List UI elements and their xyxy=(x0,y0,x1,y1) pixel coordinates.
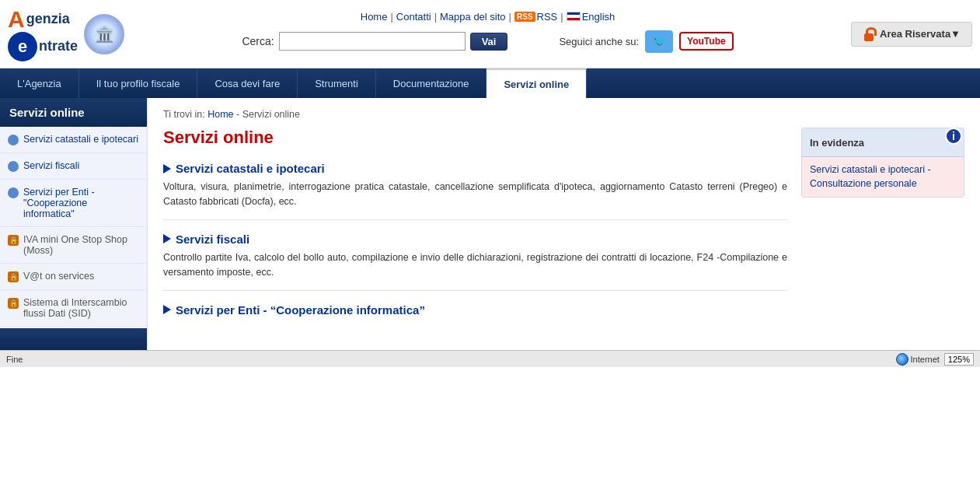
status-bar: Fine Internet 125% xyxy=(0,350,980,367)
sidebar-bullet-icon xyxy=(8,161,19,172)
twitter-button[interactable]: 🐦 xyxy=(645,30,673,53)
sidebar-item-fiscali[interactable]: Servizi fiscali xyxy=(0,153,147,180)
section-link-catastali[interactable]: Servizi catastali e ipotecari xyxy=(163,162,787,175)
nav-item-strumenti[interactable]: Strumenti xyxy=(298,68,376,98)
page-content: Ti trovi in: Home - Servizi online Servi… xyxy=(148,98,980,350)
sidebar-item-sid[interactable]: Sistema di Interscambio flussi Dati (SID… xyxy=(0,290,147,327)
sidebar-blue-bar xyxy=(0,328,147,350)
nav-bar: L'Agenzia Il tuo profilo fiscale Cosa de… xyxy=(0,68,980,98)
rss-link[interactable]: RSS xyxy=(537,11,558,23)
sidebar-bullet-icon xyxy=(8,135,19,145)
status-right: Internet 125% xyxy=(896,353,974,366)
in-evidenza-body: Servizi catastali e ipotecari - Consulta… xyxy=(802,157,964,197)
breadcrumb: Ti trovi in: Home - Servizi online xyxy=(163,109,964,120)
area-riservata-label: Area Riservata▼ xyxy=(880,28,961,40)
zoom-button[interactable]: 125% xyxy=(944,353,974,366)
lock-icon xyxy=(863,27,875,41)
breadcrumb-home-link[interactable]: Home xyxy=(208,109,233,120)
search-bar: Cerca: Vai Seguici anche su: 🐦 YouTube xyxy=(242,23,733,58)
top-bar: A genzia e ntrate 🏛️ Home | Contatti | M… xyxy=(0,0,980,68)
sidebar-item-iva[interactable]: IVA mini One Stop Shop (Moss) xyxy=(0,227,147,264)
breadcrumb-current: Servizi online xyxy=(242,109,300,120)
sidebar-item-iva-label: IVA mini One Stop Shop (Moss) xyxy=(23,234,139,256)
status-left: Fine xyxy=(6,355,23,364)
section-link-enti[interactable]: Servizi per Enti - “Cooperazione informa… xyxy=(163,303,787,317)
in-evidenza-title: In evidenza xyxy=(810,137,864,149)
nav-item-documentazione[interactable]: Documentazione xyxy=(376,68,487,98)
sidebar-item-catastali[interactable]: Servizi catastali e ipotecari xyxy=(0,127,147,153)
breadcrumb-separator: - xyxy=(236,109,242,120)
section-link-fiscali[interactable]: Servizi fiscali xyxy=(163,233,787,246)
main-content: Servizi online Servizi catastali e ipote… xyxy=(0,98,980,350)
english-link[interactable]: English xyxy=(582,11,616,23)
sidebar-item-enti-label: Servizi per Enti - "Cooperazione informa… xyxy=(23,187,139,219)
logo-e-icon: e xyxy=(8,32,37,61)
content-main: Servizi online Servizi catastali e ipote… xyxy=(163,128,787,321)
in-evidenza-box: In evidenza i Servizi catastali e ipotec… xyxy=(801,128,964,198)
in-evidenza-header: In evidenza i xyxy=(802,128,964,157)
section-title-fiscali: Servizi fiscali xyxy=(176,233,249,246)
search-label: Cerca: xyxy=(242,35,274,47)
logo-area: A genzia e ntrate 🏛️ xyxy=(8,6,124,61)
youtube-button[interactable]: YouTube xyxy=(679,32,734,51)
social-area: Seguici anche su: 🐦 YouTube xyxy=(559,30,733,53)
mappa-link[interactable]: Mappa del sito xyxy=(440,11,506,23)
section-desc-catastali: Voltura, visura, planimetrie, interrogaz… xyxy=(163,180,787,220)
nav-item-agenzia[interactable]: L'Agenzia xyxy=(0,68,79,98)
zoom-value: 125% xyxy=(948,355,970,364)
nav-item-profilo[interactable]: Il tuo profilo fiscale xyxy=(79,68,198,98)
breadcrumb-prefix: Ti trovi in: xyxy=(163,109,205,120)
rss-icon: RSS xyxy=(514,12,535,22)
sidebar-item-vat-label: V@t on services xyxy=(23,271,94,282)
logo-ntrate-text: ntrate xyxy=(39,39,78,54)
section-title-enti: Servizi per Enti - “Cooperazione informa… xyxy=(176,303,425,317)
sidebar-item-catastali-label: Servizi catastali e ipotecari xyxy=(23,134,138,145)
info-circle-icon: i xyxy=(945,128,962,145)
page-title: Servizi online xyxy=(163,128,787,148)
arrow-icon xyxy=(163,234,171,243)
top-nav-links: Home | Contatti | Mappa del sito | RSS R… xyxy=(361,11,616,23)
home-link[interactable]: Home xyxy=(361,11,388,23)
area-riservata-button[interactable]: Area Riservata▼ xyxy=(851,22,972,47)
sidebar-header: Servizi online xyxy=(0,98,147,127)
section-desc-fiscali: Controllo partite Iva, calcolo del bollo… xyxy=(163,250,787,291)
sidebar-item-vat[interactable]: V@t on services xyxy=(0,264,147,290)
arrow-icon xyxy=(163,305,171,314)
emblem-icon: 🏛️ xyxy=(84,14,124,54)
sidebar-lock-icon xyxy=(8,298,19,309)
internet-label: Internet xyxy=(911,355,940,364)
nav-item-servizi[interactable]: Servizi online xyxy=(487,68,587,98)
flag-icon xyxy=(567,12,581,21)
sidebar-item-enti[interactable]: Servizi per Enti - "Cooperazione informa… xyxy=(0,180,147,227)
in-evidenza-link[interactable]: Servizi catastali e ipotecari - Consulta… xyxy=(810,164,931,189)
logo-a-icon: A xyxy=(8,6,25,32)
sidebar-lock-icon xyxy=(8,235,19,246)
sidebar-item-sid-label: Sistema di Interscambio flussi Dati (SID… xyxy=(23,297,139,319)
arrow-icon xyxy=(163,164,171,173)
logo-genzia-text: genzia xyxy=(26,12,70,27)
nav-item-cosa[interactable]: Cosa devi fare xyxy=(197,68,298,98)
vai-button[interactable]: Vai xyxy=(470,33,508,51)
internet-icon: Internet xyxy=(896,353,940,366)
contatti-link[interactable]: Contatti xyxy=(396,11,431,23)
sidebar-item-fiscali-label: Servizi fiscali xyxy=(23,160,79,171)
globe-icon xyxy=(896,353,909,366)
search-input[interactable] xyxy=(279,32,466,51)
content-with-sidebar: Servizi online Servizi catastali e ipote… xyxy=(163,128,964,321)
section-title-catastali: Servizi catastali e ipotecari xyxy=(176,162,325,175)
sidebar: Servizi online Servizi catastali e ipote… xyxy=(0,98,148,350)
social-text: Seguici anche su: xyxy=(559,36,639,47)
sidebar-bullet-icon xyxy=(8,187,19,198)
sidebar-lock-icon xyxy=(8,271,19,282)
